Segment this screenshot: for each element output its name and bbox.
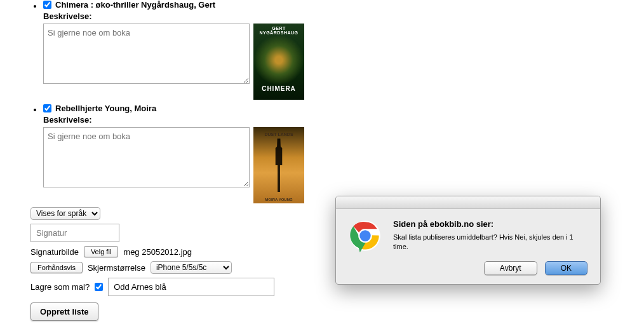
desc-label-1: Beskrivelse:: [43, 11, 644, 21]
skjerm-label: Skjermstørrelse: [88, 263, 145, 273]
cover-top-2: DUST LANDS: [253, 132, 304, 137]
dialog-text: Siden på ebokbib.no sier: Skal lista pub…: [393, 219, 587, 252]
skjerm-select[interactable]: iPhone 5/5s/5c: [151, 261, 232, 274]
mal-name-input[interactable]: [108, 278, 274, 296]
desc-textarea-1[interactable]: [43, 24, 250, 84]
dialog-title: Siden på ebokbib.no sier:: [393, 219, 587, 229]
book-title-2: Rebellhjerte Young, Moira: [55, 104, 156, 113]
confirm-dialog: Siden på ebokbib.no sier: Skal lista pub…: [335, 196, 601, 285]
filename-text: meg 25052012.jpg: [123, 247, 192, 257]
dialog-titlebar[interactable]: [336, 196, 600, 209]
forhandsvis-button[interactable]: Forhåndsvis: [30, 262, 83, 273]
desc-textarea-2[interactable]: [43, 127, 250, 187]
dialog-cancel-button[interactable]: Avbryt: [484, 261, 537, 275]
dialog-message: Skal lista publiseres umiddelbart? Hvis …: [393, 233, 587, 252]
cover-author-1: GERT NYGÅRDSHAUG: [253, 24, 304, 35]
book-title-1: Chimera : øko-thriller Nygårdshaug, Gert: [55, 0, 215, 10]
book-item: Chimera : øko-thriller Nygårdshaug, Gert…: [43, 0, 644, 100]
chrome-icon: [349, 219, 382, 252]
book-cover-chimera: GERT NYGÅRDSHAUG CHIMERA: [253, 24, 304, 100]
sigbilde-label: Signaturbilde: [30, 247, 79, 257]
cover-title-1: CHIMERA: [253, 85, 304, 100]
book-checkbox-2[interactable]: [43, 104, 51, 112]
book-cover-rebel: DUST LANDS MOIRA YOUNG: [253, 127, 304, 203]
mal-label: Lagre som mal?: [30, 282, 90, 292]
desc-label-2: Beskrivelse:: [43, 115, 644, 125]
dialog-ok-button[interactable]: OK: [545, 261, 587, 275]
cover-bottom-2: MOIRA YOUNG: [253, 198, 304, 201]
book-checkbox-1[interactable]: [43, 1, 51, 9]
velg-fil-button[interactable]: Velg fil: [84, 246, 118, 257]
language-select[interactable]: Vises for språk: [30, 207, 100, 220]
book-item: Rebellhjerte Young, Moira Beskrivelse: D…: [43, 104, 644, 203]
opprett-liste-button[interactable]: Opprett liste: [30, 302, 98, 321]
signatur-input[interactable]: [30, 224, 119, 242]
mal-checkbox[interactable]: [95, 283, 103, 291]
